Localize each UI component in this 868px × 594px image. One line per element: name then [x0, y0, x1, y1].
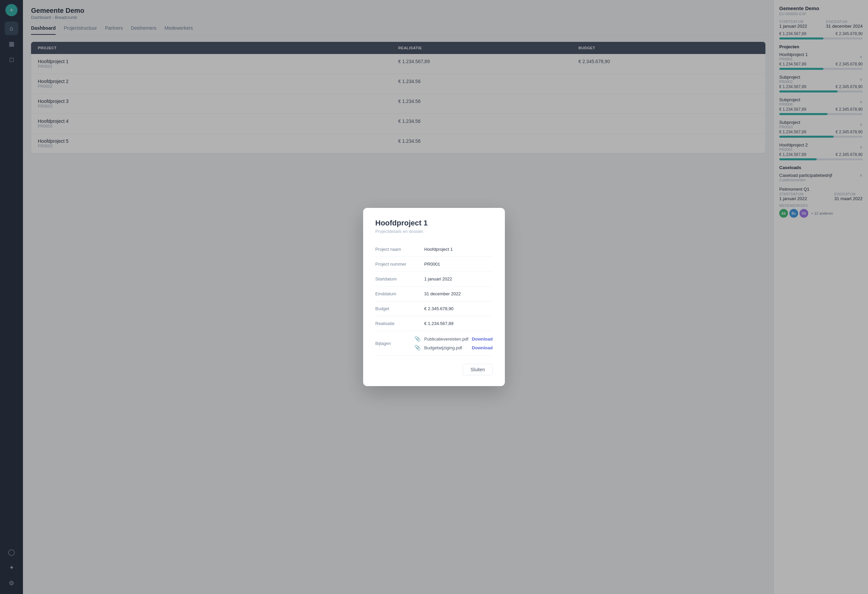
modal-title: Hoofdproject 1 [375, 219, 493, 228]
modal-overlay[interactable]: Hoofdproject 1 Projectdetails en dossier… [0, 0, 868, 594]
bijlage-name-1: Publicatievereisten.pdf [424, 337, 468, 341]
modal-field-projectnaam: Project naam Hoofdproject 1 [375, 242, 493, 257]
modal-value-einddatum: 31 december 2022 [424, 291, 493, 296]
bijlagen-list: 📎 Publicatievereisten.pdf Download 📎 Bud… [415, 336, 493, 351]
modal-label-einddatum: Einddatum [375, 291, 424, 296]
modal-label-budget: Budget [375, 306, 424, 311]
modal-value-projectnaam: Hoofdproject 1 [424, 247, 493, 252]
modal-label-bijlagen: Bijlagen [375, 341, 415, 346]
modal-field-einddatum: Einddatum 31 december 2022 [375, 287, 493, 301]
modal-label-startdatum: Startdatum [375, 276, 424, 281]
modal-subtitle: Projectdetails en dossier. [375, 229, 493, 234]
bijlage-item-1: 📎 Publicatievereisten.pdf Download [415, 336, 493, 342]
bijlage-item-2: 📎 Budgetwijziging.pdf Download [415, 344, 493, 351]
modal-label-projectnaam: Project naam [375, 247, 424, 252]
modal-value-realisatie: € 1.234.567,89 [424, 321, 493, 326]
sluiten-button[interactable]: Sluiten [463, 364, 493, 375]
attachment-icon-2: 📎 [415, 344, 421, 351]
modal-field-bijlagen: Bijlagen 📎 Publicatievereisten.pdf Downl… [375, 331, 493, 356]
modal: Hoofdproject 1 Projectdetails en dossier… [363, 208, 505, 386]
modal-label-realisatie: Realisatie [375, 321, 424, 326]
download-button-1[interactable]: Download [472, 337, 493, 341]
modal-value-budget: € 2.345.678,90 [424, 306, 493, 311]
modal-field-projectnummer: Project nummer PR0001 [375, 257, 493, 272]
modal-value-startdatum: 1 januari 2022 [424, 276, 493, 281]
bijlage-name-2: Budgetwijziging.pdf [424, 345, 468, 350]
modal-value-projectnummer: PR0001 [424, 262, 493, 267]
modal-label-projectnummer: Project nummer [375, 262, 424, 267]
attachment-icon-1: 📎 [415, 336, 421, 342]
modal-field-startdatum: Startdatum 1 januari 2022 [375, 272, 493, 287]
download-button-2[interactable]: Download [472, 345, 493, 350]
modal-footer: Sluiten [375, 364, 493, 375]
modal-field-budget: Budget € 2.345.678,90 [375, 301, 493, 316]
modal-field-realisatie: Realisatie € 1.234.567,89 [375, 316, 493, 331]
